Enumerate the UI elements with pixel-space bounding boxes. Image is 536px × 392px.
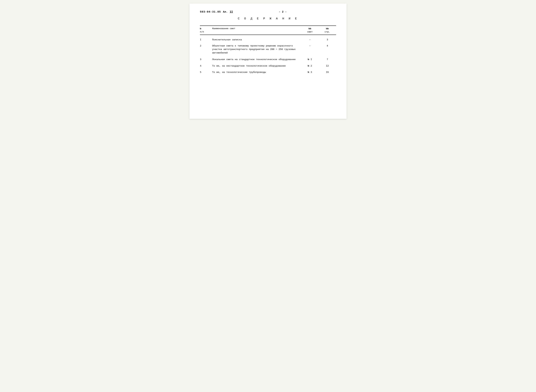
table-body: I Пояснительная записка – 3 2 Объектная … — [200, 37, 336, 75]
table-header: № п/п Наименование смет №№ смет №№ стр. — [200, 26, 336, 35]
row-name: То же, на технологические трубопроводы — [210, 70, 301, 74]
table-row: I Пояснительная записка – 3 — [200, 37, 336, 43]
row-smeta: № 2 — [301, 64, 319, 67]
col-name-header: Наименование смет — [210, 27, 301, 30]
table-row: 2 Объектная смета к типовому проектному … — [200, 43, 336, 57]
table-row: 3 Локальная смета на стандартное техноло… — [200, 56, 336, 63]
col-smeta-header: №№ смет — [301, 27, 319, 33]
row-num: 5 — [200, 70, 210, 74]
page-title: С О Д Е Р Ж А Н И Е — [200, 17, 336, 20]
title-section: С О Д Е Р Ж А Н И Е — [200, 17, 336, 20]
header: 503-04-31.85 Ал. II - 2 - — [200, 10, 336, 14]
al-num: II — [230, 10, 233, 14]
header-left: 503-04-31.85 Ал. II — [200, 10, 233, 14]
row-num: 2 — [200, 44, 210, 47]
row-name: Объектная смета к типовому проектному ре… — [210, 44, 301, 55]
row-smeta: – — [301, 38, 319, 41]
page-number: - 2 - — [279, 10, 287, 14]
content-table: № п/п Наименование смет №№ смет №№ стр. … — [200, 25, 336, 75]
table-row: 5 То же, на технологические трубопроводы… — [200, 69, 336, 75]
row-page: 7 — [319, 58, 336, 61]
al-label: Ал. — [223, 10, 228, 14]
row-smeta: № 3 — [301, 70, 319, 74]
row-num: 4 — [200, 64, 210, 67]
row-name: Локальная смета на стандартное технологи… — [210, 58, 301, 61]
row-num: I — [200, 38, 210, 41]
doc-code: 503-04-31.85 — [200, 10, 221, 14]
row-name: Пояснительная записка — [210, 38, 301, 42]
row-page: I2 — [319, 64, 336, 67]
col-num-header: № п/п — [200, 27, 210, 33]
row-page: I6 — [319, 70, 336, 74]
row-name: То же, на нестандартное технологическое … — [210, 64, 301, 68]
table-row: 4 То же, на нестандартное технологическо… — [200, 63, 336, 69]
col-page-header: №№ стр. — [319, 27, 336, 33]
document-page: 503-04-31.85 Ал. II - 2 - С О Д Е Р Ж А … — [189, 4, 347, 119]
row-page: 4 — [319, 44, 336, 47]
row-num: 3 — [200, 58, 210, 61]
row-page: 3 — [319, 38, 336, 41]
row-smeta: № I — [301, 58, 319, 61]
row-smeta: – — [301, 44, 319, 47]
